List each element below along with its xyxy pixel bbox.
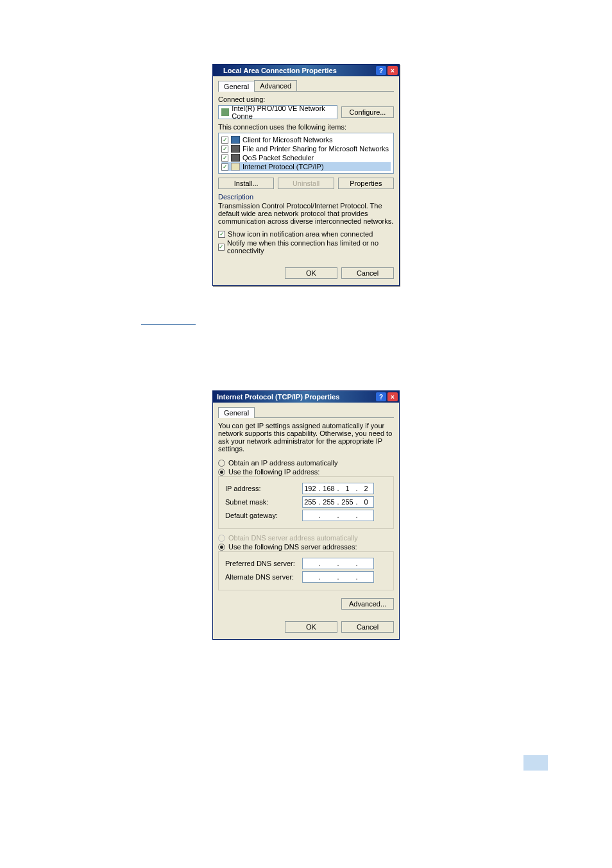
adapter-name: Intel(R) PRO/100 VE Network Conne	[232, 104, 334, 120]
dns-fieldset: Preferred DNS server: . . . Alternate DN…	[218, 551, 394, 590]
items-label: This connection uses the following items…	[218, 123, 394, 131]
service-icon	[231, 154, 240, 162]
gateway-label: Default gateway:	[225, 512, 302, 519]
dialog-title: Internet Protocol (TCP/IP) Properties	[214, 393, 376, 401]
item-label: File and Printer Sharing for Microsoft N…	[242, 145, 389, 153]
description-text: Transmission Control Protocol/Internet P…	[218, 202, 394, 225]
tab-general[interactable]: General	[218, 81, 255, 92]
lan-properties-dialog: Local Area Connection Properties ? × Gen…	[212, 64, 400, 286]
checkbox[interactable]	[221, 146, 228, 153]
obtain-ip-label: Obtain an IP address automatically	[228, 459, 337, 467]
checkbox[interactable]	[221, 154, 228, 162]
obtain-dns-radio	[218, 535, 225, 542]
network-icon	[214, 67, 221, 74]
adapter-icon	[221, 108, 229, 116]
dialog-title: Local Area Connection Properties	[221, 67, 376, 74]
page-number-box	[523, 755, 548, 771]
show-icon-label: Show icon in notification area when conn…	[228, 230, 373, 238]
close-icon[interactable]: ×	[387, 66, 398, 75]
protocol-icon	[231, 163, 240, 171]
list-item[interactable]: Client for Microsoft Networks	[221, 135, 391, 144]
use-ip-radio[interactable]	[218, 469, 225, 476]
ip-fieldset: IP address: 192. 168. 1. 2 Subnet mask: …	[218, 476, 394, 529]
show-icon-checkbox[interactable]	[218, 231, 225, 238]
item-label: Internet Protocol (TCP/IP)	[242, 163, 324, 171]
description-heading: Description	[218, 193, 394, 201]
cancel-button[interactable]: Cancel	[341, 621, 394, 633]
list-item[interactable]: Internet Protocol (TCP/IP)	[221, 162, 391, 171]
configure-button[interactable]: Configure...	[341, 106, 394, 118]
uninstall-button: Uninstall	[278, 178, 334, 189]
obtain-dns-label: Obtain DNS server address automatically	[228, 534, 358, 542]
tcpip-properties-dialog: Internet Protocol (TCP/IP) Properties ? …	[212, 390, 400, 640]
tab-bar: General Advanced	[218, 80, 394, 92]
info-text: You can get IP settings assigned automat…	[218, 422, 394, 453]
service-icon	[231, 145, 240, 153]
advanced-button[interactable]: Advanced...	[341, 598, 394, 610]
notify-checkbox[interactable]	[218, 244, 225, 251]
pref-dns-input[interactable]: . . .	[302, 558, 374, 569]
properties-button[interactable]: Properties	[338, 178, 394, 189]
help-icon[interactable]: ?	[376, 392, 386, 401]
item-label: QoS Packet Scheduler	[242, 154, 314, 162]
gateway-input[interactable]: . . .	[302, 510, 374, 521]
subnet-label: Subnet mask:	[225, 498, 302, 506]
list-item[interactable]: QoS Packet Scheduler	[221, 153, 391, 162]
list-item[interactable]: File and Printer Sharing for Microsoft N…	[221, 144, 391, 153]
install-button[interactable]: Install...	[218, 178, 274, 189]
checkbox[interactable]	[221, 137, 228, 144]
tab-bar: General	[218, 406, 394, 418]
client-icon	[231, 136, 240, 144]
checkbox[interactable]	[221, 163, 228, 171]
subnet-input[interactable]: 255. 255. 255. 0	[302, 496, 374, 508]
close-icon[interactable]: ×	[387, 392, 398, 401]
titlebar[interactable]: Local Area Connection Properties ? ×	[213, 65, 399, 76]
use-dns-radio[interactable]	[218, 544, 225, 551]
alt-dns-input[interactable]: . . .	[302, 571, 374, 583]
tab-advanced[interactable]: Advanced	[254, 80, 297, 91]
help-icon[interactable]: ?	[376, 66, 386, 75]
ip-address-label: IP address:	[225, 485, 302, 492]
ok-button[interactable]: OK	[285, 267, 337, 279]
pref-dns-label: Preferred DNS server:	[225, 560, 302, 567]
notify-label: Notify me when this connection has limit…	[227, 239, 394, 255]
cancel-button[interactable]: Cancel	[341, 267, 394, 279]
use-dns-label: Use the following DNS server addresses:	[228, 543, 357, 551]
obtain-ip-radio[interactable]	[218, 460, 225, 467]
titlebar[interactable]: Internet Protocol (TCP/IP) Properties ? …	[213, 391, 399, 403]
use-ip-label: Use the following IP address:	[228, 468, 319, 476]
instruction-blank	[141, 318, 196, 325]
item-label: Client for Microsoft Networks	[242, 136, 333, 144]
alt-dns-label: Alternate DNS server:	[225, 573, 302, 581]
adapter-field: Intel(R) PRO/100 VE Network Conne	[218, 105, 337, 119]
ok-button[interactable]: OK	[285, 621, 337, 633]
tab-general[interactable]: General	[218, 407, 255, 418]
ip-address-input[interactable]: 192. 168. 1. 2	[302, 483, 374, 494]
connect-using-label: Connect using:	[218, 96, 394, 103]
items-list: Client for Microsoft Networks File and P…	[218, 133, 394, 174]
